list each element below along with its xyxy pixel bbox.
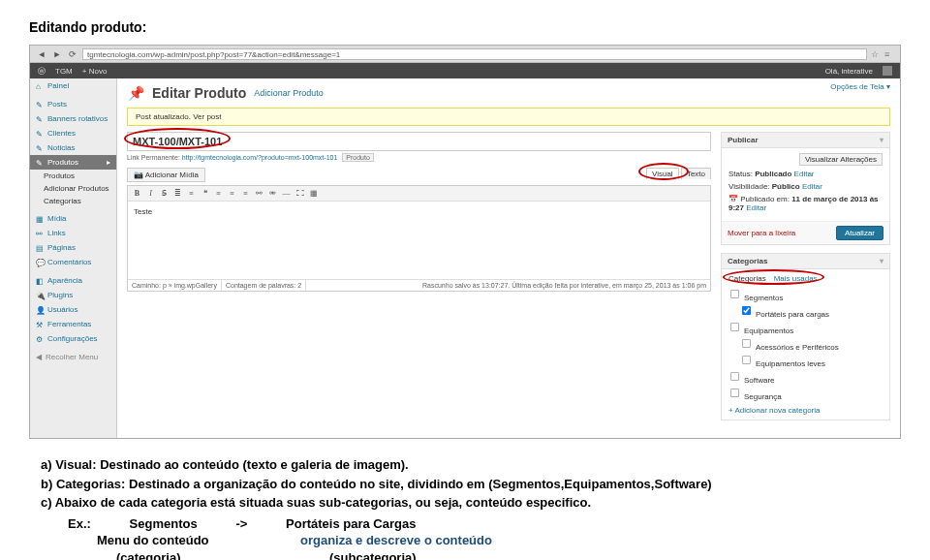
sidebar-item-midia[interactable]: ▦Mídia xyxy=(30,211,116,226)
trash-link[interactable]: Mover para a lixeira xyxy=(728,229,795,237)
sidebar-item-dashboard[interactable]: ⌂Painel xyxy=(30,78,116,93)
sidebar-item-config[interactable]: ⚙Configurações xyxy=(30,331,116,346)
sidebar-item-links[interactable]: ⚯Links xyxy=(30,226,116,240)
link-icon[interactable]: ⚯ xyxy=(254,188,264,199)
screen-options[interactable]: Opções de Tela ▾ xyxy=(830,82,890,91)
media-icon: ▦ xyxy=(36,215,44,223)
sidebar-item-posts[interactable]: ✎Posts xyxy=(30,97,116,111)
ol-icon[interactable]: ≡ xyxy=(186,188,197,199)
forward-icon[interactable]: ► xyxy=(51,48,63,60)
status-edit-link[interactable]: Editar xyxy=(794,170,815,178)
pin-icon: ✎ xyxy=(36,144,44,152)
more-icon[interactable]: — xyxy=(281,188,292,199)
align-right-icon[interactable]: ≡ xyxy=(240,188,251,199)
cat-portateis[interactable]: Portáteis para cargas xyxy=(728,303,883,320)
editor-footer: Caminho: p » img.wpGallery Contagem de p… xyxy=(127,279,711,292)
comment-icon: 💬 xyxy=(36,259,44,266)
sidebar-collapse[interactable]: ◀ Recolher Menu xyxy=(30,350,116,364)
sidebar-item-comentarios[interactable]: 💬Comentários xyxy=(30,255,116,269)
publish-box: Publicar▾ Visualizar Alterações Status: … xyxy=(721,132,890,245)
cat-segmentos[interactable]: Segmentos xyxy=(728,287,883,303)
example-row3: (categoria) (subcategoria) xyxy=(29,549,901,560)
align-center-icon[interactable]: ≡ xyxy=(227,188,237,199)
item-a: a) Visual: Destinado ao conteúdo (texto … xyxy=(29,456,901,474)
sidebar-item-aparencia[interactable]: ◧Aparência xyxy=(30,273,116,288)
admin-sidebar: ⌂Painel ✎Posts ✎Banners rotativos ✎Clien… xyxy=(30,78,117,438)
bold-icon[interactable]: B xyxy=(132,188,142,199)
browser-bar: ◄ ► ⟳ tgmtecnologia.com/wp-admin/post.ph… xyxy=(30,46,900,63)
collapse-icon: ◀ xyxy=(36,353,42,361)
tools-icon: ⚒ xyxy=(36,321,44,328)
sidebar-item-ferramentas[interactable]: ⚒Ferramentas xyxy=(30,317,116,331)
publish-box-title: Publicar xyxy=(728,136,759,144)
tab-text[interactable]: Texto xyxy=(681,168,711,179)
sidebar-item-banners[interactable]: ✎Banners rotativos xyxy=(30,111,116,126)
sidebar-item-plugins[interactable]: 🔌Plugins xyxy=(30,288,116,302)
italic-icon[interactable]: I xyxy=(145,188,156,199)
cat-tab-popular[interactable]: Mais usadas xyxy=(774,274,818,283)
chevron-down-icon[interactable]: ▾ xyxy=(880,136,884,144)
star-icon[interactable]: ☆ xyxy=(871,49,881,59)
greeting[interactable]: Olá, interative xyxy=(825,67,873,76)
cat-leves[interactable]: Equipamentos leves xyxy=(728,353,883,369)
settings-icon: ⚙ xyxy=(36,335,44,343)
strike-icon[interactable]: S̶ xyxy=(159,188,170,199)
url-bar[interactable]: tgmtecnologia.com/wp-admin/post.php?post… xyxy=(82,48,867,60)
sidebar-item-usuarios[interactable]: 👤Usuários xyxy=(30,302,116,317)
add-category-link[interactable]: + Adicionar nova categoria xyxy=(728,406,821,415)
categories-box: Categorias▾ Categorias Mais usadas Segme… xyxy=(721,253,890,420)
main-content: Opções de Tela ▾ 📌 Editar Produto Adicio… xyxy=(117,78,900,438)
quote-icon[interactable]: ❝ xyxy=(200,188,210,199)
plugin-icon: 🔌 xyxy=(36,292,44,299)
cat-software[interactable]: Software xyxy=(728,369,883,386)
cat-seguranca[interactable]: Segurança xyxy=(728,386,883,402)
sidebar-sub-produtos[interactable]: Produtos xyxy=(30,170,116,182)
add-new-link[interactable]: Adicionar Produto xyxy=(254,88,324,98)
reload-icon[interactable]: ⟳ xyxy=(67,48,78,60)
cat-equipamentos[interactable]: Equipamentos xyxy=(728,320,883,336)
align-left-icon[interactable]: ≡ xyxy=(213,188,224,199)
wp-logo-icon[interactable]: ⓦ xyxy=(38,66,46,77)
unlink-icon[interactable]: ⚮ xyxy=(267,188,278,199)
sidebar-item-paginas[interactable]: ▤Páginas xyxy=(30,240,116,255)
sidebar-item-noticias[interactable]: ✎Noticias xyxy=(30,140,116,155)
doc-heading: Editando produto: xyxy=(29,19,901,35)
site-name[interactable]: TGM xyxy=(55,67,73,76)
cat-tab-all[interactable]: Categorias xyxy=(728,274,766,283)
visibility-edit-link[interactable]: Editar xyxy=(802,182,822,191)
back-icon[interactable]: ◄ xyxy=(36,48,47,60)
pin-icon: ✎ xyxy=(36,130,44,138)
category-checklist: Segmentos Portáteis para cargas Equipame… xyxy=(728,287,883,402)
users-icon: 👤 xyxy=(36,306,44,314)
sidebar-sub-cat[interactable]: Categorias xyxy=(30,195,116,207)
sidebar-item-produtos[interactable]: ✎Produtos▸ xyxy=(30,155,116,170)
new-button[interactable]: + Novo xyxy=(82,67,108,76)
editor-toolbar: B I S̶ ≣ ≡ ❝ ≡ ≡ ≡ ⚯ ⚮ — xyxy=(128,186,710,202)
preview-button[interactable]: Visualizar Alterações xyxy=(799,153,883,166)
sidebar-item-clientes[interactable]: ✎Clientes xyxy=(30,126,116,140)
tab-visual[interactable]: Visual xyxy=(646,168,679,179)
chevron-down-icon[interactable]: ▾ xyxy=(880,257,884,265)
page-title: Editar Produto xyxy=(152,85,246,101)
item-c: c) Abaixo de cada categoria está situada… xyxy=(29,494,901,512)
permalink-button[interactable]: Produto xyxy=(342,153,374,162)
cat-acessorios[interactable]: Acessórios e Periféricos xyxy=(728,336,883,353)
page-icon: ▤ xyxy=(36,244,44,252)
doc-text: a) Visual: Destinado ao conteúdo (texto … xyxy=(29,456,901,560)
editor-body[interactable]: Teste xyxy=(128,202,710,279)
date-edit-link[interactable]: Editar xyxy=(746,203,766,212)
categories-box-title: Categorias xyxy=(728,257,767,265)
add-media-button[interactable]: 📷 Adicionar Mídia xyxy=(127,168,205,182)
ul-icon[interactable]: ≣ xyxy=(172,188,183,199)
post-title-input[interactable]: MXT-100/MXT-101 xyxy=(127,132,711,151)
avatar-icon[interactable] xyxy=(883,66,892,76)
kitchen-sink-icon[interactable]: ▦ xyxy=(308,188,319,199)
wp-admin-bar: ⓦ TGM + Novo Olá, interative xyxy=(30,63,900,78)
screenshot-mock: ◄ ► ⟳ tgmtecnologia.com/wp-admin/post.ph… xyxy=(29,45,901,439)
update-button[interactable]: Atualizar xyxy=(836,226,884,240)
link-icon: ⚯ xyxy=(36,230,44,237)
fullscreen-icon[interactable]: ⛶ xyxy=(294,188,305,199)
menu-icon[interactable]: ≡ xyxy=(884,49,894,59)
sidebar-sub-add[interactable]: Adicionar Produtos xyxy=(30,182,116,195)
update-notice: Post atualizado. Ver post xyxy=(127,108,890,126)
